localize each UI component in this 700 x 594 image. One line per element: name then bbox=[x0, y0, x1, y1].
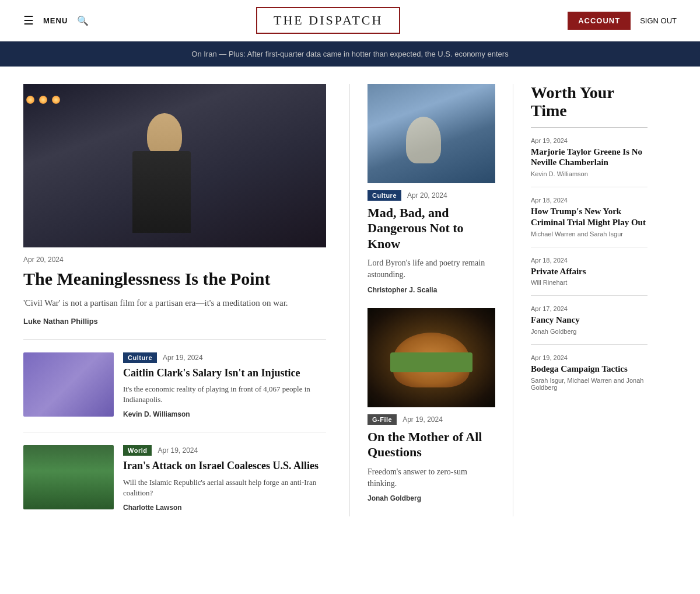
worth-item-4[interactable]: Apr 19, 2024 Bodega Campaign Tactics Sar… bbox=[531, 354, 648, 400]
breaking-banner: On Iran — Plus: After first-quarter data… bbox=[0, 41, 700, 67]
featured-title: The Meaninglessness Is the Point bbox=[23, 268, 326, 289]
menu-label[interactable]: MENU bbox=[43, 16, 68, 25]
mid-date-1: Apr 20, 2024 bbox=[407, 191, 447, 200]
gfile-tag: G-File bbox=[368, 414, 397, 425]
logo-text: THE DISPATCH bbox=[274, 13, 383, 27]
mid-article-1[interactable]: Culture Apr 20, 2024 Mad, Bad, and Dange… bbox=[368, 84, 495, 294]
worth-author-2: Will Rinehart bbox=[531, 279, 648, 286]
search-icon[interactable]: 🔍 bbox=[77, 15, 89, 26]
light-1 bbox=[26, 96, 34, 104]
mid-author-2: Jonah Goldberg bbox=[368, 494, 495, 502]
person-figure bbox=[130, 113, 205, 247]
mid-author-1: Christopher J. Scalia bbox=[368, 286, 495, 294]
worth-your-time-title: Worth Your Time bbox=[531, 84, 648, 120]
worth-date-2: Apr 18, 2024 bbox=[531, 257, 648, 264]
worth-author-0: Kevin D. Williamson bbox=[531, 170, 648, 177]
worth-title-1: How Trump's New York Criminal Trial Migh… bbox=[531, 206, 648, 228]
person-head bbox=[147, 113, 182, 157]
tag-date-row-2: World Apr 19, 2024 bbox=[123, 445, 326, 456]
person-body bbox=[132, 151, 191, 233]
mid-image-burger bbox=[368, 308, 495, 407]
small-title-2: Iran's Attack on Israel Coalesces U.S. A… bbox=[123, 459, 326, 473]
worth-date-0: Apr 19, 2024 bbox=[531, 137, 648, 144]
featured-article[interactable]: Apr 20, 2024 The Meaninglessness Is the … bbox=[23, 84, 326, 326]
left-column: Apr 20, 2024 The Meaninglessness Is the … bbox=[23, 84, 350, 516]
signout-link[interactable]: SIGN OUT bbox=[640, 16, 677, 25]
mid-title-2: On the Mother of All Questions bbox=[368, 429, 495, 460]
worth-title-0: Marjorie Taylor Greene Is No Neville Cha… bbox=[531, 146, 648, 169]
mid-tag-date-1: Culture Apr 20, 2024 bbox=[368, 190, 495, 201]
featured-date: Apr 20, 2024 bbox=[23, 256, 326, 264]
iran-image-bg bbox=[23, 445, 114, 509]
right-column: Worth Your Time Apr 19, 2024 Marjorie Ta… bbox=[513, 84, 648, 516]
world-tag: World bbox=[123, 445, 152, 456]
hamburger-icon[interactable]: ☰ bbox=[23, 13, 34, 27]
header-right: ACCOUNT SIGN OUT bbox=[568, 12, 677, 30]
background-lights bbox=[26, 96, 60, 104]
mid-date-2: Apr 19, 2024 bbox=[402, 415, 443, 424]
featured-author: Luke Nathan Phillips bbox=[23, 317, 98, 326]
worth-title-4: Bodega Campaign Tactics bbox=[531, 364, 648, 375]
header-left: ☰ MENU 🔍 bbox=[23, 13, 89, 27]
small-desc-1: It's the economic reality of playing in … bbox=[123, 384, 326, 405]
article-image-iran bbox=[23, 445, 114, 509]
middle-column: Culture Apr 20, 2024 Mad, Bad, and Dange… bbox=[350, 84, 513, 516]
small-date-1: Apr 19, 2024 bbox=[163, 354, 203, 362]
article-content-2: World Apr 19, 2024 Iran's Attack on Isra… bbox=[123, 445, 326, 512]
main-content: Apr 20, 2024 The Meaninglessness Is the … bbox=[0, 67, 700, 534]
mid-image-1 bbox=[368, 84, 495, 183]
article-content-1: Culture Apr 19, 2024 Caitlin Clark's Sal… bbox=[123, 352, 326, 420]
worth-author-3: Jonah Goldberg bbox=[531, 328, 648, 335]
divider-1 bbox=[23, 339, 326, 340]
banner-text: On Iran — Plus: After first-quarter data… bbox=[191, 50, 508, 58]
worth-item-3[interactable]: Apr 17, 2024 Fancy Nancy Jonah Goldberg bbox=[531, 305, 648, 345]
basketball-image-bg bbox=[23, 352, 114, 417]
site-logo[interactable]: THE DISPATCH bbox=[256, 7, 400, 34]
divider-2 bbox=[23, 432, 326, 432]
worth-title-2: Private Affairs bbox=[531, 266, 648, 277]
mid-title-1: Mad, Bad, and Dangerous Not to Know bbox=[368, 205, 495, 251]
light-3 bbox=[52, 96, 60, 104]
light-2 bbox=[39, 96, 47, 104]
featured-description: 'Civil War' is not a partisan film for a… bbox=[23, 296, 326, 310]
culture-tag-1: Culture bbox=[123, 352, 157, 363]
worth-item-2[interactable]: Apr 18, 2024 Private Affairs Will Rineha… bbox=[531, 257, 648, 296]
account-button[interactable]: ACCOUNT bbox=[568, 12, 631, 30]
worth-item-1[interactable]: Apr 18, 2024 How Trump's New York Crimin… bbox=[531, 197, 648, 247]
mid-tag-date-2: G-File Apr 19, 2024 bbox=[368, 414, 495, 425]
tag-date-row-1: Culture Apr 19, 2024 bbox=[123, 352, 326, 363]
list-item[interactable]: World Apr 19, 2024 Iran's Attack on Isra… bbox=[23, 445, 326, 512]
small-date-2: Apr 19, 2024 bbox=[158, 446, 198, 455]
header: ☰ MENU 🔍 THE DISPATCH ACCOUNT SIGN OUT bbox=[0, 0, 700, 41]
culture-tag-2: Culture bbox=[368, 190, 401, 201]
worth-date-4: Apr 19, 2024 bbox=[531, 354, 648, 361]
article-image-basketball bbox=[23, 352, 114, 417]
small-author-1: Kevin D. Williamson bbox=[123, 410, 190, 418]
worth-title-3: Fancy Nancy bbox=[531, 315, 648, 326]
featured-image bbox=[23, 84, 326, 247]
worth-date-3: Apr 17, 2024 bbox=[531, 305, 648, 312]
worth-author-1: Michael Warren and Sarah Isgur bbox=[531, 230, 648, 237]
list-item[interactable]: Culture Apr 19, 2024 Caitlin Clark's Sal… bbox=[23, 352, 326, 420]
small-desc-2: Will the Islamic Republic's aerial assau… bbox=[123, 477, 326, 498]
mid-article-2[interactable]: G-File Apr 19, 2024 On the Mother of All… bbox=[368, 308, 495, 502]
worth-item-0[interactable]: Apr 19, 2024 Marjorie Taylor Greene Is N… bbox=[531, 137, 648, 188]
mid-desc-2: Freedom's answer to zero-sum thinking. bbox=[368, 466, 495, 490]
section-divider bbox=[531, 127, 648, 128]
small-author-2: Charlotte Lawson bbox=[123, 504, 182, 512]
small-title-1: Caitlin Clark's Salary Isn't an Injustic… bbox=[123, 366, 326, 380]
worth-date-1: Apr 18, 2024 bbox=[531, 197, 648, 204]
worth-author-4: Sarah Isgur, Michael Warren and Jonah Go… bbox=[531, 377, 648, 391]
mid-desc-1: Lord Byron's life and poetry remain asto… bbox=[368, 257, 495, 281]
